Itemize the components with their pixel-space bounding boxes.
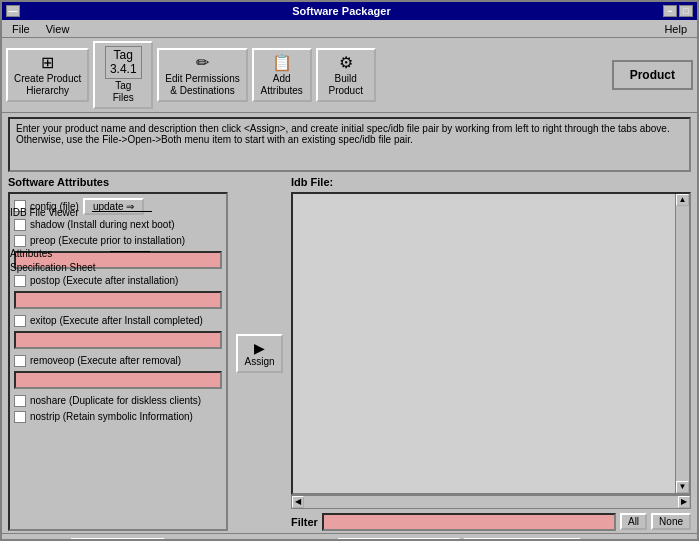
permissions-icon: ✏ bbox=[196, 53, 209, 72]
assign-button[interactable]: ▶ Assign bbox=[236, 334, 282, 373]
noshare-label: noshare (Duplicate for diskless clients) bbox=[30, 395, 201, 406]
postop-label: postop (Execute after installation) bbox=[30, 275, 178, 286]
edit-permissions-label: Edit Permissions& Destinations bbox=[165, 73, 239, 97]
update-button[interactable]: update ⇒ bbox=[83, 198, 144, 215]
create-product-icon: ⊞ bbox=[41, 53, 54, 72]
idb-scrollbar-h[interactable]: ◀ ▶ bbox=[291, 495, 691, 509]
postop-input[interactable] bbox=[14, 291, 222, 309]
filter-label: Filter bbox=[291, 516, 318, 528]
shadow-label: shadow (Install during next boot) bbox=[30, 219, 175, 230]
removeop-input[interactable] bbox=[14, 371, 222, 389]
shadow-row: shadow (Install during next boot) bbox=[14, 219, 222, 231]
none-button[interactable]: None bbox=[651, 513, 691, 530]
right-panel: Idb File: ▲ ▼ ◀ ▶ Filter All None bbox=[291, 176, 691, 531]
attributes-panel-title: Software Attributes bbox=[8, 176, 228, 188]
idb-viewer-label: IDB File Viewer bbox=[10, 207, 79, 218]
create-product-hierarchy-button[interactable]: ⊞ Create ProductHierarchy bbox=[6, 48, 89, 102]
filter-input[interactable] bbox=[322, 513, 616, 531]
nostrip-label: nostrip (Retain symbolic Information) bbox=[30, 411, 193, 422]
removeop-label: removeop (Execute after removal) bbox=[30, 355, 181, 366]
window-title: Software Packager bbox=[20, 5, 663, 17]
removeop-section: removeop (Execute after removal) bbox=[14, 355, 222, 389]
middle-panel: ▶ Assign bbox=[232, 176, 287, 531]
idb-file-content bbox=[293, 194, 675, 493]
create-product-label: Create ProductHierarchy bbox=[14, 73, 81, 97]
idb-scroll-down[interactable]: ▼ bbox=[676, 481, 689, 493]
preop-label: preop (Execute prior to installation) bbox=[30, 235, 185, 246]
tag-icon: Tag3.4.1 bbox=[105, 46, 142, 79]
edit-permissions-button[interactable]: ✏ Edit Permissions& Destinations bbox=[157, 48, 247, 102]
shadow-checkbox[interactable] bbox=[14, 219, 26, 231]
product-badge: Product bbox=[612, 60, 693, 90]
all-button[interactable]: All bbox=[620, 513, 647, 530]
menu-view[interactable]: View bbox=[38, 21, 78, 37]
noshare-row: noshare (Duplicate for diskless clients) bbox=[14, 395, 222, 407]
idb-scroll-right[interactable]: ▶ bbox=[678, 496, 690, 508]
build-product-label: BuildProduct bbox=[329, 73, 363, 97]
removeop-checkbox[interactable] bbox=[14, 355, 26, 367]
idb-scroll-left[interactable]: ◀ bbox=[292, 496, 304, 508]
idb-scrollbar-v[interactable]: ▲ ▼ bbox=[675, 194, 689, 493]
idb-file-title: Idb File: bbox=[291, 176, 691, 188]
main-window: — Software Packager − □ File View Help ⊞… bbox=[0, 0, 699, 541]
add-attributes-button[interactable]: 📋 AddAttributes bbox=[252, 48, 312, 102]
title-bar: — Software Packager − □ bbox=[2, 2, 697, 20]
toolbar: ⊞ Create ProductHierarchy Tag3.4.1 TagFi… bbox=[2, 38, 697, 113]
tag-files-button[interactable]: Tag3.4.1 TagFiles bbox=[93, 41, 153, 109]
filter-row: Filter All None bbox=[291, 513, 691, 531]
noshare-checkbox[interactable] bbox=[14, 395, 26, 407]
exitop-checkbox[interactable] bbox=[14, 315, 26, 327]
idb-scroll-up[interactable]: ▲ bbox=[676, 194, 689, 206]
postop-checkbox[interactable] bbox=[14, 275, 26, 287]
attributes-panel: config (file) update ⇒ shadow (Install d… bbox=[8, 192, 228, 531]
postop-section: postop (Execute after installation) bbox=[14, 275, 222, 309]
assign-label: Assign bbox=[244, 356, 274, 367]
idb-file-area[interactable]: ▲ ▼ bbox=[291, 192, 691, 495]
menu-bar: File View Help bbox=[2, 20, 697, 38]
preop-checkbox[interactable] bbox=[14, 235, 26, 247]
maximize-button[interactable]: □ bbox=[679, 5, 693, 17]
assign-arrow-icon: ▶ bbox=[254, 340, 265, 356]
nostrip-checkbox[interactable] bbox=[14, 411, 26, 423]
add-attributes-icon: 📋 bbox=[272, 53, 292, 72]
add-attributes-label: AddAttributes bbox=[261, 73, 303, 97]
exitop-label: exitop (Execute after Install completed) bbox=[30, 315, 203, 326]
build-icon: ⚙ bbox=[339, 53, 353, 72]
exitop-input[interactable] bbox=[14, 331, 222, 349]
build-product-button[interactable]: ⚙ BuildProduct bbox=[316, 48, 376, 102]
description-text: Enter your product name and description … bbox=[16, 123, 670, 145]
left-panel: Software Attributes config (file) update… bbox=[8, 176, 228, 531]
menu-help[interactable]: Help bbox=[656, 21, 695, 37]
tag-files-label: TagFiles bbox=[113, 80, 134, 104]
nostrip-row: nostrip (Retain symbolic Information) bbox=[14, 411, 222, 423]
exitop-section: exitop (Execute after Install completed) bbox=[14, 315, 222, 349]
bottom-bar: Clear All Values Delete Selected Items U… bbox=[2, 533, 697, 541]
attributes-spec-label: AttributesSpecification Sheet bbox=[10, 247, 96, 275]
close-button[interactable]: — bbox=[6, 5, 20, 17]
description-area: Enter your product name and description … bbox=[8, 117, 691, 172]
menu-file[interactable]: File bbox=[4, 21, 38, 37]
minimize-button[interactable]: − bbox=[663, 5, 677, 17]
